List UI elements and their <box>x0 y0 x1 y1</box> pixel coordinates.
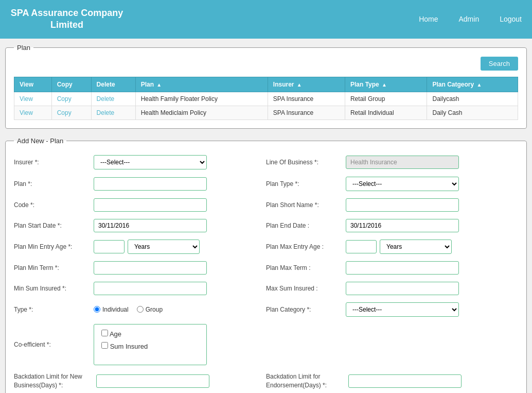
half-plan-type: Plan Type *: ---Select--- <box>266 177 518 191</box>
copy-button[interactable]: Copy <box>57 95 72 102</box>
type-group-label[interactable]: Group <box>137 306 163 313</box>
cell-insurer: SPA Insurance <box>268 106 345 119</box>
cell-plan-category: Dailycash <box>427 92 518 106</box>
short-name-input[interactable] <box>346 198 459 212</box>
min-age-input[interactable] <box>94 240 125 253</box>
table-row: View Copy Delete Health Mediclaim Policy… <box>14 106 518 119</box>
max-term-input[interactable] <box>346 261 459 275</box>
max-sum-label: Max Sum Insured : <box>266 285 346 292</box>
plan-legend: Plan <box>14 44 33 52</box>
plan-input[interactable] <box>94 177 207 191</box>
lob-input <box>346 156 459 169</box>
backdation-new-input[interactable] <box>96 374 209 388</box>
coeff-age-label[interactable]: Age <box>101 330 199 338</box>
copy-button[interactable]: Copy <box>57 109 72 116</box>
type-radio-group: Individual Group <box>94 306 163 313</box>
main-nav: Home Admin Logout <box>419 15 522 23</box>
search-button[interactable]: Search <box>481 57 518 71</box>
cell-plan-type: Retail Group <box>345 92 427 106</box>
app-title: SPA Assurance Company Limited <box>10 7 123 31</box>
coeff-sum-checkbox[interactable] <box>101 342 108 349</box>
view-button[interactable]: View <box>20 109 33 116</box>
logout-link[interactable]: Logout <box>500 15 522 23</box>
cell-plan-category: Daily Cash <box>427 106 518 119</box>
col-copy: Copy <box>51 77 91 92</box>
add-plan-legend: Add New - Plan <box>14 137 66 145</box>
coeff-sum-label[interactable]: Sum Insured <box>101 342 199 350</box>
end-date-input[interactable] <box>346 219 459 232</box>
backdation-endorsement-input[interactable] <box>348 374 462 388</box>
half-start-date: Plan Start Date *: <box>14 219 266 232</box>
max-age-label: Plan Max Entry Age : <box>266 243 346 250</box>
half-type: Type *: Individual Group <box>14 306 266 313</box>
admin-link[interactable]: Admin <box>458 15 479 23</box>
half-short-name: Plan Short Name *: <box>266 198 518 212</box>
cell-plan: Health Mediclaim Policy <box>135 106 268 119</box>
max-sum-input[interactable] <box>346 282 459 295</box>
row-plan: Plan *: Plan Type *: ---Select--- <box>14 177 518 191</box>
max-term-label: Plan Max Term : <box>266 264 346 271</box>
type-label: Type *: <box>14 306 94 313</box>
type-group-radio[interactable] <box>137 306 144 313</box>
plan-category-label: Plan Category *: <box>266 306 346 313</box>
end-date-label: Plan End Date : <box>266 222 346 229</box>
half-end-date: Plan End Date : <box>266 219 518 232</box>
coefficient-box: Age Sum Insured <box>94 324 207 365</box>
lob-label: Line Of Business *: <box>266 159 346 166</box>
insurer-label: Insurer *: <box>14 159 94 166</box>
plan-table: View Copy Delete Plan ▲ Insurer ▲ Plan T… <box>14 77 518 120</box>
cell-insurer: SPA Insurance <box>268 92 345 106</box>
coeff-sum-text: Sum Insured <box>110 343 148 350</box>
insurer-select[interactable]: ---Select--- <box>94 155 207 169</box>
col-plan-category: Plan Catgeory ▲ <box>427 77 518 92</box>
home-link[interactable]: Home <box>419 15 438 23</box>
half-min-term: Plan Min Term *: <box>14 261 266 275</box>
min-term-input[interactable] <box>94 261 207 275</box>
min-term-label: Plan Min Term *: <box>14 264 94 271</box>
min-sum-input[interactable] <box>94 282 207 295</box>
cell-plan-type: Retail Individual <box>345 106 427 119</box>
type-individual-text: Individual <box>102 306 129 313</box>
half-max-term: Plan Max Term : <box>266 261 518 275</box>
code-label: Code *: <box>14 201 94 209</box>
col-view: View <box>14 77 52 92</box>
short-name-label: Plan Short Name *: <box>266 201 346 209</box>
half-max-sum: Max Sum Insured : <box>266 282 518 295</box>
code-input[interactable] <box>94 198 207 212</box>
header: SPA Assurance Company Limited Home Admin… <box>0 0 532 39</box>
half-lob: Line Of Business *: <box>266 156 518 169</box>
half-plan-category: Plan Category *: ---Select--- <box>266 302 518 317</box>
row-coefficient: Co-efficient *: Age Sum Insured <box>14 324 518 365</box>
delete-button[interactable]: Delete <box>97 109 115 116</box>
half-code: Code *: <box>14 198 266 212</box>
half-backdation-new: Backdation Limit for New Business(Days) … <box>14 372 266 390</box>
min-age-row: Years Months Days <box>94 240 200 254</box>
table-row: View Copy Delete Health Family Floater P… <box>14 92 518 106</box>
row-code: Code *: Plan Short Name *: <box>14 198 518 212</box>
min-age-label: Plan Min Entry Age *: <box>14 243 94 250</box>
plan-section: Plan Search View Copy Delete Plan ▲ Insu… <box>5 44 527 129</box>
type-individual-label[interactable]: Individual <box>94 306 129 313</box>
coefficient-label: Co-efficient *: <box>14 341 94 348</box>
start-date-input[interactable] <box>94 219 207 232</box>
col-plan-type: Plan Type ▲ <box>345 77 427 92</box>
type-individual-radio[interactable] <box>94 306 100 313</box>
half-max-age: Plan Max Entry Age : Years Months Days <box>266 240 518 254</box>
half-coefficient: Co-efficient *: Age Sum Insured <box>14 324 266 365</box>
plan-category-select[interactable]: ---Select--- <box>346 302 459 317</box>
col-insurer: Insurer ▲ <box>268 77 345 92</box>
plan-type-select[interactable]: ---Select--- <box>346 177 459 191</box>
coeff-age-checkbox[interactable] <box>101 330 108 336</box>
row-insurer: Insurer *: ---Select--- Line Of Business… <box>14 155 518 169</box>
plan-label: Plan *: <box>14 180 94 187</box>
max-age-input[interactable] <box>346 240 377 253</box>
add-plan-section: Add New - Plan Insurer *: ---Select--- L… <box>5 137 527 393</box>
min-age-unit-select[interactable]: Years Months Days <box>128 240 200 254</box>
half-insurer: Insurer *: ---Select--- <box>14 155 266 169</box>
max-age-unit-select[interactable]: Years Months Days <box>380 240 452 254</box>
delete-button[interactable]: Delete <box>97 95 115 102</box>
view-button[interactable]: View <box>20 95 33 102</box>
col-plan: Plan ▲ <box>135 77 268 92</box>
half-backdation-endorsement: Backdation Limit for Endorsement(Days) *… <box>266 372 518 390</box>
min-sum-label: Min Sum Insured *: <box>14 285 94 292</box>
